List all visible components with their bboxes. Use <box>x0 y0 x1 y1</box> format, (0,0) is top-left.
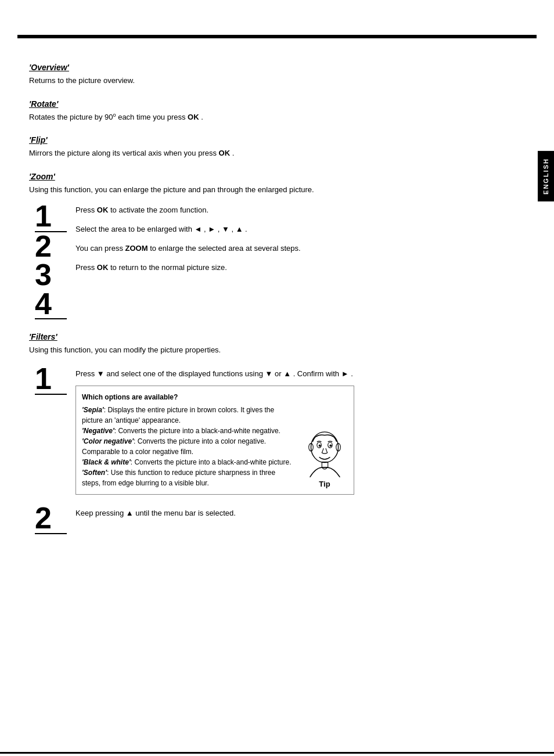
tip-option-soften: 'Soften': Use this function to reduce pi… <box>82 467 296 488</box>
side-tab: ENGLISH <box>538 151 554 201</box>
footer: The 'Digital Photo Manager' 51 <box>0 752 554 756</box>
zoom-step1-text: Press OK to activate the zoom function. <box>75 206 519 214</box>
filters-step1-content: Press ▼ and select one of the displayed … <box>75 363 519 495</box>
zoom-step1-number: 1 <box>35 202 67 232</box>
overview-heading: 'Overview' <box>29 63 519 72</box>
page-container: ENGLISH 'Overview' Returns to the pictur… <box>0 35 554 756</box>
svg-point-4 <box>329 444 332 447</box>
rotate-body: Rotates the picture by 90o each time you… <box>29 111 519 123</box>
tip-box: Which options are available? 'Sepia': Di… <box>75 386 354 495</box>
filters-step1-text: Press ▼ and select one of the displayed … <box>75 363 519 380</box>
tip-option-sepia: 'Sepia': Displays the entire picture in … <box>82 405 296 426</box>
tip-label: Tip <box>319 480 330 488</box>
zoom-step4-number: 4 <box>35 290 67 319</box>
zoom-step2-text: Select the area to be enlarged with ◄ , … <box>75 225 519 233</box>
rotate-section: 'Rotate' Rotates the picture by 90o each… <box>29 99 519 123</box>
tip-box-title: Which options are available? <box>82 392 296 402</box>
flip-section: 'Flip' Mirrors the picture along its ver… <box>29 135 519 159</box>
flip-body: Mirrors the picture along its vertical a… <box>29 147 519 159</box>
tip-face-svg <box>306 431 344 477</box>
filters-step1-row: 1 Press ▼ and select one of the displaye… <box>35 363 519 495</box>
filters-body: Using this function, you can modify the … <box>29 344 519 356</box>
tip-image-container: Tip <box>301 392 348 488</box>
zoom-step3-number: 3 <box>35 261 67 289</box>
overview-body: Returns to the picture overview. <box>29 75 519 87</box>
zoom-body: Using this function, you can enlarge the… <box>29 184 519 196</box>
filters-heading: 'Filters' <box>29 332 519 341</box>
zoom-step2-number: 2 <box>35 232 67 261</box>
tip-box-text: Which options are available? 'Sepia': Di… <box>82 392 296 488</box>
rotate-heading: 'Rotate' <box>29 99 519 109</box>
tip-option-negative: 'Negative': Converts the picture into a … <box>82 426 296 436</box>
svg-point-2 <box>318 444 321 447</box>
zoom-step4-text: Press OK to return to the normal picture… <box>75 263 519 272</box>
filters-step2-row: 2 Keep pressing ▲ until the menu bar is … <box>35 503 519 534</box>
filters-step1-number: 1 <box>35 363 67 395</box>
zoom-numbers-column: 1 2 3 4 <box>35 202 67 319</box>
tip-option-bw: 'Black & white': Converts the picture in… <box>82 457 296 467</box>
svg-point-0 <box>311 432 338 463</box>
filters-step2-text: Keep pressing ▲ until the menu bar is se… <box>75 503 519 519</box>
filters-step2-content: Keep pressing ▲ until the menu bar is se… <box>75 503 519 525</box>
filters-section: 'Filters' Using this function, you can m… <box>29 332 519 534</box>
main-content: 'Overview' Returns to the picture overvi… <box>29 38 519 534</box>
zoom-steps-container: 1 2 3 4 Press OK to activate the zoom fu… <box>35 202 519 319</box>
overview-section: 'Overview' Returns to the picture overvi… <box>29 63 519 87</box>
zoom-heading: 'Zoom' <box>29 172 519 181</box>
zoom-section: 'Zoom' Using this function, you can enla… <box>29 172 519 319</box>
zoom-texts-column: Press OK to activate the zoom function. … <box>75 202 519 319</box>
tip-option-color-negative: 'Color negative': Converts the picture i… <box>82 436 296 457</box>
filters-step2-number: 2 <box>35 503 67 534</box>
flip-heading: 'Flip' <box>29 135 519 145</box>
zoom-step3-text: You can press ZOOM to enlarge the select… <box>75 244 519 253</box>
